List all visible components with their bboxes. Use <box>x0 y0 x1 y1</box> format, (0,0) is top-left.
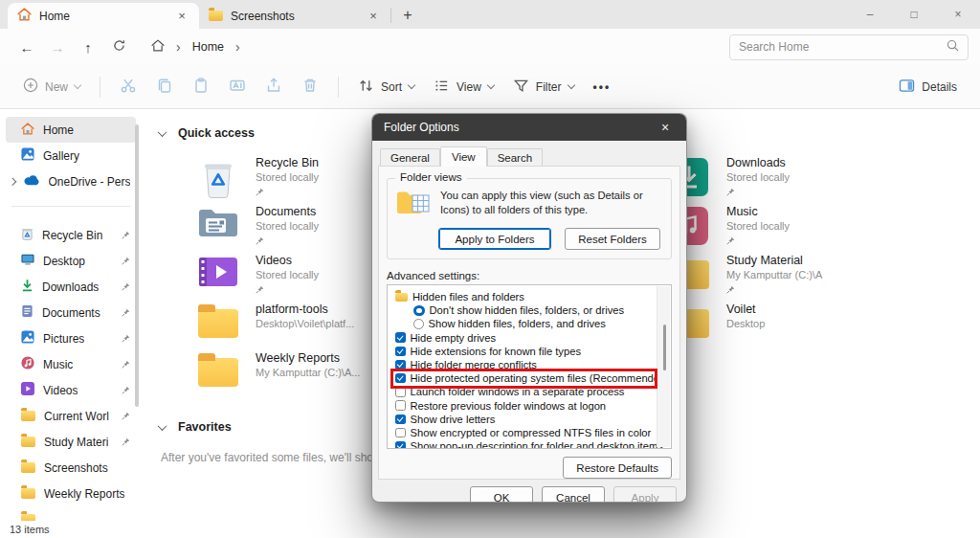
scrollbar-thumb[interactable] <box>663 325 666 370</box>
view-button[interactable]: View <box>424 72 503 102</box>
search-box[interactable] <box>729 34 969 60</box>
checkbox-checked-icon[interactable] <box>395 373 406 384</box>
setting-show-encrypted-ntfs[interactable]: Show encrypted or compressed NTFS files … <box>395 426 654 439</box>
copy-button[interactable] <box>146 71 183 102</box>
setting-hide-folder-merge-conflicts[interactable]: Hide folder merge conflicts <box>395 358 654 371</box>
sidebar-item-weekly-reports[interactable]: Weekly Reports <box>6 481 136 506</box>
videos-folder-icon <box>197 256 239 288</box>
breadcrumb-item[interactable]: Home <box>192 40 224 54</box>
cancel-button[interactable]: Cancel <box>542 486 605 503</box>
rename-button[interactable] <box>219 71 256 102</box>
sidebar-scrollbar[interactable] <box>135 124 139 407</box>
setting-hide-extensions[interactable]: Hide extensions for known file types <box>395 345 654 358</box>
setting-group-hidden-files[interactable]: Hidden files and folders <box>395 290 654 303</box>
cut-button[interactable] <box>110 71 146 102</box>
folder-icon <box>209 11 223 21</box>
tile-voilet[interactable]: Voilet Desktop <box>668 302 980 350</box>
checkbox-checked-icon[interactable] <box>395 332 406 343</box>
close-tab-icon[interactable]: × <box>174 9 189 23</box>
dialog-footer: OK Cancel Apply <box>372 480 686 503</box>
pin-icon <box>122 410 130 423</box>
dialog-title-bar[interactable]: Folder Options × <box>372 114 686 141</box>
close-window-button[interactable]: × <box>936 0 980 29</box>
folder-icon <box>197 353 239 387</box>
up-button[interactable]: ↑ <box>73 39 103 56</box>
breadcrumb-chevron[interactable]: › <box>235 39 240 55</box>
tile-study-material[interactable]: Study Material My Kamputtar (C:)\A <box>668 253 980 302</box>
filter-button[interactable]: Filter <box>503 72 584 102</box>
sidebar-item-gallery[interactable]: Gallery <box>6 143 136 168</box>
toolbar-separator <box>100 77 100 98</box>
sidebar-item-music[interactable]: Music <box>6 351 136 377</box>
sidebar-item-downloads[interactable]: Downloads <box>6 274 136 300</box>
radio-on-icon[interactable] <box>413 305 425 317</box>
sidebar-item-videos[interactable]: Videos <box>6 377 136 403</box>
setting-show-popup-description[interactable]: Show pop-up description for folder and d… <box>395 439 654 449</box>
reset-folders-button[interactable]: Reset Folders <box>565 228 660 250</box>
sidebar-item-screenshots[interactable]: Screenshots <box>6 455 136 481</box>
tile-music[interactable]: Music Stored locally <box>668 204 980 253</box>
chevron-right-icon[interactable] <box>9 178 16 186</box>
sort-button[interactable]: Sort <box>348 72 424 102</box>
close-tab-icon[interactable]: × <box>366 9 381 23</box>
setting-radio-show-hidden[interactable]: Show hidden files, folders, and drives <box>395 317 654 330</box>
back-button[interactable]: ← <box>11 39 42 56</box>
refresh-button[interactable] <box>103 38 134 56</box>
apply-to-folders-button[interactable]: Apply to Folders <box>438 228 551 250</box>
chevron-down-icon[interactable] <box>158 127 167 137</box>
tab-label: Home <box>39 10 70 23</box>
setting-radio-dont-show-hidden[interactable]: Don't show hidden files, folders, or dri… <box>395 303 654 317</box>
sidebar-item-current-work[interactable]: Current Worl <box>6 403 136 429</box>
sidebar-item-home[interactable]: Home <box>6 117 136 143</box>
share-button[interactable] <box>256 71 292 102</box>
radio-off-icon[interactable] <box>413 319 424 329</box>
chevron-down-icon[interactable] <box>158 421 167 431</box>
setting-show-drive-letters[interactable]: Show drive letters <box>395 413 654 426</box>
sidebar-item-partial[interactable] <box>6 506 136 521</box>
tab-view[interactable]: View <box>440 146 487 167</box>
checkbox-unchecked-icon[interactable] <box>395 400 406 411</box>
new-tab-button[interactable]: + <box>391 3 424 29</box>
sidebar-item-documents[interactable]: Documents <box>6 300 136 325</box>
more-options-button[interactable]: ••• <box>584 75 621 100</box>
sidebar-item-desktop[interactable]: Desktop <box>6 248 136 274</box>
sidebar-item-onedrive[interactable]: OneDrive - Pers <box>6 168 136 194</box>
sidebar-item-recycle-bin[interactable]: Recycle Bin <box>6 222 136 248</box>
checkbox-unchecked-icon[interactable] <box>395 387 406 397</box>
breadcrumb-chevron[interactable]: › <box>176 39 181 55</box>
search-input[interactable] <box>739 40 941 54</box>
documents-folder-icon <box>197 207 239 239</box>
tile-downloads[interactable]: Downloads Stored locally <box>668 155 980 204</box>
advanced-settings-list[interactable]: Hidden files and folders Don't show hidd… <box>387 284 672 449</box>
checkbox-checked-icon[interactable] <box>395 415 406 425</box>
dialog-close-button[interactable]: × <box>656 120 675 135</box>
tab-search[interactable]: Search <box>487 148 543 167</box>
setting-hide-protected-os-files[interactable]: Hide protected operating system files (R… <box>395 371 654 385</box>
tab-screenshots[interactable]: Screenshots × <box>199 3 390 29</box>
setting-hide-empty-drives[interactable]: Hide empty drives <box>395 331 654 345</box>
checkbox-checked-icon[interactable] <box>395 347 406 357</box>
restore-defaults-button[interactable]: Restore Defaults <box>563 457 672 479</box>
maximize-button[interactable]: □ <box>892 0 936 29</box>
setting-launch-separate-process[interactable]: Launch folder windows in a separate proc… <box>395 385 654 398</box>
breadcrumb-home-icon[interactable] <box>151 39 165 55</box>
checkbox-unchecked-icon[interactable] <box>395 428 406 438</box>
apply-button[interactable]: Apply <box>613 486 677 503</box>
checkbox-checked-icon[interactable] <box>395 360 406 370</box>
ok-button[interactable]: OK <box>470 486 533 503</box>
new-button[interactable]: New <box>13 72 90 101</box>
paste-button[interactable] <box>183 71 219 102</box>
delete-button[interactable] <box>292 71 328 102</box>
folder-views-description: You can apply this view (such as Details… <box>440 189 662 217</box>
sidebar-item-study-material[interactable]: Study Materi <box>6 429 136 455</box>
checkbox-checked-icon[interactable] <box>395 441 406 449</box>
details-pane-button[interactable]: Details <box>889 73 967 101</box>
forward-button[interactable]: → <box>42 39 73 56</box>
minimize-button[interactable]: – <box>848 0 892 29</box>
list-scrollbar[interactable] <box>657 286 670 447</box>
tab-general[interactable]: General <box>380 148 440 167</box>
tab-home[interactable]: Home × <box>8 3 199 29</box>
item-subtitle: Desktop\Voilet\platf... <box>256 317 354 330</box>
setting-restore-previous-windows[interactable]: Restore previous folder windows at logon <box>395 399 654 413</box>
sidebar-item-pictures[interactable]: Pictures <box>6 325 136 351</box>
